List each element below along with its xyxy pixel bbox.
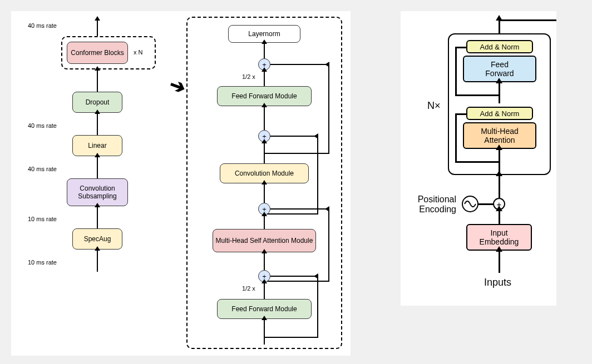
rate-label-40-mid: 40 ms rate — [28, 122, 57, 129]
d-arrow-4 — [264, 142, 265, 163]
diagram-canvas: 40 ms rate Conformer Blocks x N Dropout … — [0, 0, 592, 364]
arrow-4 — [97, 206, 98, 228]
r-out-v — [499, 19, 500, 33]
d-arrow-5 — [264, 183, 265, 203]
rate-label-40-low: 40 ms rate — [28, 166, 57, 172]
d-arrow-8 — [264, 282, 265, 299]
r-res1-v — [455, 47, 457, 96]
expand-arrow-icon: ➔ — [166, 73, 189, 99]
res2-h-top — [270, 136, 317, 137]
transformer-encoder-panel: Add & Norm Feed Forward Add & Norm Multi… — [401, 11, 556, 306]
arrow-3 — [97, 156, 98, 178]
res2-v — [317, 136, 318, 213]
pos-h-line — [478, 203, 493, 205]
r-arrow-inputs — [499, 251, 500, 273]
d-arrow-9 — [264, 319, 265, 345]
r-res1-hbot — [455, 94, 500, 96]
res4-v — [317, 276, 318, 337]
rate-label-10b: 10 ms rate — [28, 259, 57, 266]
d-arrow-2 — [264, 71, 265, 86]
r-res2-hbot — [455, 161, 500, 163]
d-arrow-1 — [264, 43, 265, 58]
inputs-label: Inputs — [484, 277, 511, 288]
res3-h-top — [270, 208, 328, 210]
add-norm-2: Add & Norm — [466, 107, 533, 120]
positional-label: Positional Encoding — [406, 195, 456, 215]
res1-v — [328, 64, 329, 153]
half-label-bot: 1/2 x — [242, 285, 255, 292]
arrow-input — [97, 250, 98, 272]
arrow-output — [97, 19, 98, 36]
rate-label-40-top: 40 ms rate — [28, 22, 57, 29]
d-arrow-3 — [264, 106, 265, 130]
conv-subsampling-box: Convolution Subsampling — [67, 178, 128, 206]
r-out-h — [499, 19, 556, 21]
res3-h-bot — [265, 281, 329, 282]
r-res2-v — [455, 113, 457, 162]
res2-h-bot — [265, 213, 318, 215]
conformer-blocks-box: Conformer Blocks — [67, 42, 128, 64]
d-arrow-6 — [264, 215, 265, 229]
res3-v — [328, 208, 329, 281]
add-norm-1: Add & Norm — [466, 40, 533, 53]
repeat-n-label: x N — [134, 49, 143, 56]
r-arrow-mid — [499, 82, 500, 103]
r-arrow-pos-up — [499, 175, 500, 198]
r-res2-htop — [455, 113, 466, 115]
arrow-2 — [97, 113, 98, 135]
res1-h-bot — [265, 153, 329, 154]
half-label-top: 1/2 x — [242, 73, 255, 80]
d-arrow-7 — [264, 252, 265, 270]
n-times-label: N× — [427, 100, 441, 112]
res4-h-bot — [265, 337, 318, 338]
r-res1-htop — [455, 47, 466, 48]
rate-label-10a: 10 ms rate — [28, 216, 57, 222]
res4-h-top — [270, 276, 317, 277]
r-arrow-emb-up — [499, 210, 500, 224]
res1-h-top — [270, 64, 328, 65]
conformer-architecture-panel: 40 ms rate Conformer Blocks x N Dropout … — [11, 11, 351, 356]
arrow-1 — [97, 69, 98, 92]
positional-sine-icon — [462, 196, 478, 212]
